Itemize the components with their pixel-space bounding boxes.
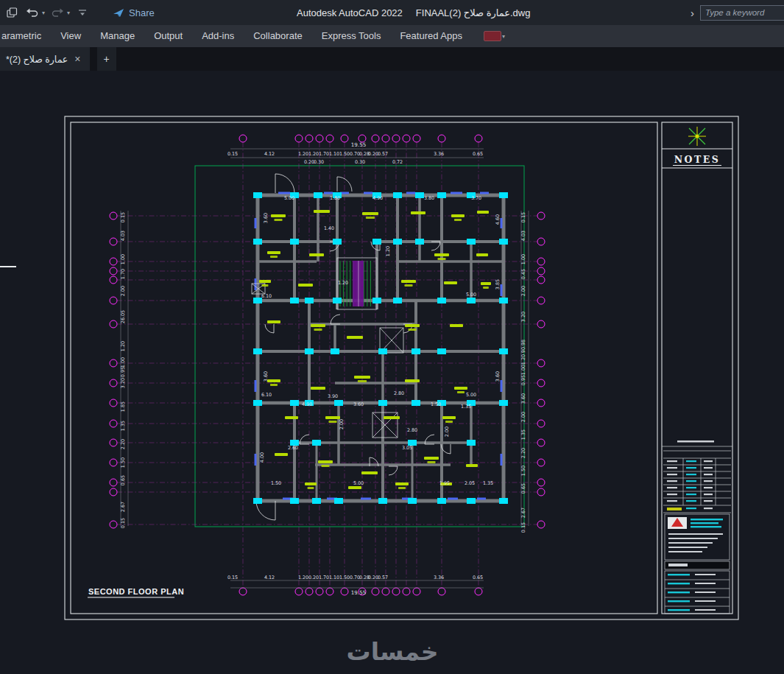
- svg-text:3.60: 3.60: [263, 213, 269, 223]
- ribbon-tab-addins[interactable]: Add-ins: [192, 25, 244, 47]
- app-title: Autodesk AutoCAD 2022: [297, 7, 403, 18]
- ribbon-tab-output[interactable]: Output: [144, 25, 192, 47]
- svg-text:2.67: 2.67: [520, 508, 526, 518]
- ribbon-tab-express-tools[interactable]: Express Tools: [312, 25, 391, 47]
- ribbon-tab-collaborate[interactable]: Collaborate: [244, 25, 312, 47]
- svg-text:1.50: 1.50: [339, 575, 350, 580]
- svg-text:5.00: 5.00: [353, 480, 364, 486]
- new-file-tab-button[interactable]: +: [97, 47, 116, 71]
- svg-text:4.03: 4.03: [520, 231, 526, 241]
- svg-text:2.00: 2.00: [339, 419, 345, 429]
- title-block: [662, 440, 732, 614]
- svg-text:0.65: 0.65: [473, 575, 483, 580]
- file-title: FINAALعمارة صلاح (2).dwg: [416, 7, 531, 18]
- svg-text:19.55: 19.55: [351, 589, 367, 596]
- ribbon-tab-view[interactable]: View: [51, 25, 91, 47]
- file-tab-close-icon[interactable]: ×: [74, 54, 80, 64]
- svg-text:0.15: 0.15: [227, 575, 238, 580]
- svg-text:3.20: 3.20: [520, 312, 526, 322]
- svg-text:3.36: 3.36: [434, 151, 444, 157]
- ribbon-tab-manage[interactable]: Manage: [91, 25, 144, 47]
- ribbon-tab-bar: arametric View Manage Output Add-ins Col…: [0, 25, 784, 47]
- ribbon-dropdown-caret-icon: ▾: [502, 33, 505, 40]
- columns-layer: [253, 192, 508, 504]
- svg-text:0.15: 0.15: [120, 518, 126, 528]
- svg-text:2.80: 2.80: [394, 390, 404, 396]
- paperspace-view: 0.154.121.201.201.701.101.500.700.280.20…: [0, 71, 784, 674]
- file-tab-label: *(عمارة صلاح (2: [6, 54, 68, 65]
- svg-text:1.70: 1.70: [319, 151, 329, 157]
- svg-text:0.15: 0.15: [520, 522, 526, 533]
- svg-text:1.35: 1.35: [461, 404, 471, 410]
- svg-text:3.60: 3.60: [520, 393, 526, 404]
- drawing-canvas[interactable]: 0.154.121.201.201.701.101.500.700.280.20…: [0, 71, 784, 674]
- svg-text:1.85: 1.85: [120, 401, 126, 412]
- svg-text:6.10: 6.10: [261, 392, 272, 398]
- plan-title: SECOND FLOOR PLAN: [88, 587, 184, 596]
- svg-text:1.10: 1.10: [329, 575, 339, 580]
- svg-text:0.65: 0.65: [473, 151, 483, 157]
- notes-heading: NOTES: [674, 154, 721, 165]
- svg-text:1.40: 1.40: [324, 225, 334, 231]
- svg-text:0.15: 0.15: [520, 212, 526, 222]
- svg-text:4.00: 4.00: [259, 452, 265, 463]
- redo-icon[interactable]: [49, 4, 66, 21]
- svg-text:1.35: 1.35: [483, 480, 493, 486]
- file-tab-bar: *(عمارة صلاح (2 × +: [0, 47, 784, 71]
- svg-text:3.60: 3.60: [353, 401, 364, 407]
- door-arc-layer: [256, 174, 451, 520]
- qat-sheets-icon[interactable]: [4, 4, 20, 21]
- svg-text:0.57: 0.57: [378, 151, 388, 157]
- svg-text:0.57: 0.57: [378, 575, 388, 580]
- svg-text:1.00: 1.00: [520, 254, 526, 264]
- redo-caret-icon[interactable]: ▾: [67, 10, 70, 16]
- svg-text:1.00: 1.00: [120, 357, 126, 368]
- svg-text:4.90: 4.90: [372, 195, 383, 201]
- svg-text:0.65: 0.65: [520, 483, 526, 494]
- svg-text:0.95: 0.95: [520, 375, 526, 385]
- svg-text:0.20: 0.20: [308, 575, 319, 580]
- paper-sheet-border: [65, 116, 738, 619]
- ribbon-dropdown-swatch: [484, 31, 501, 41]
- svg-text:2.20: 2.20: [120, 439, 126, 449]
- undo-icon[interactable]: [24, 4, 40, 21]
- svg-text:5.00: 5.00: [466, 292, 476, 298]
- svg-text:0.30: 0.30: [314, 159, 324, 165]
- search-input[interactable]: [700, 5, 784, 21]
- share-button[interactable]: Share: [113, 7, 155, 18]
- svg-text:1.70: 1.70: [319, 575, 329, 580]
- svg-text:1.50: 1.50: [520, 466, 526, 476]
- undo-caret-icon[interactable]: ▾: [42, 10, 45, 16]
- svg-text:3.85: 3.85: [495, 279, 501, 289]
- north-compass-icon: [688, 127, 706, 146]
- svg-text:0.30: 0.30: [355, 159, 365, 165]
- dimension-text-layer: 0.154.121.201.201.701.101.500.700.280.20…: [120, 141, 526, 596]
- grid-axes-layer: [110, 135, 545, 595]
- svg-text:4.03: 4.03: [120, 231, 126, 241]
- svg-text:1.20: 1.20: [308, 151, 319, 157]
- svg-text:1.95: 1.95: [439, 480, 450, 486]
- svg-text:1.70: 1.70: [120, 269, 126, 279]
- svg-text:2.00: 2.00: [520, 286, 526, 296]
- infocenter-chevron-icon[interactable]: ›: [691, 7, 694, 18]
- svg-text:0.45: 0.45: [520, 269, 526, 279]
- svg-text:19.55: 19.55: [351, 141, 367, 148]
- svg-text:3.60: 3.60: [495, 371, 501, 382]
- svg-text:4.12: 4.12: [264, 575, 275, 580]
- ribbon-tab-featured-apps[interactable]: Featured Apps: [390, 25, 472, 47]
- svg-text:0.15: 0.15: [120, 212, 126, 222]
- svg-text:1.20: 1.20: [338, 280, 348, 286]
- svg-text:2.20: 2.20: [520, 448, 526, 458]
- qat-customize-icon[interactable]: [74, 4, 91, 21]
- svg-text:1.10: 1.10: [329, 151, 339, 157]
- svg-text:0.95: 0.95: [120, 367, 126, 377]
- ribbon-dropdown-button[interactable]: ▾: [484, 31, 505, 41]
- svg-text:1.20: 1.20: [520, 354, 526, 365]
- svg-text:5.00: 5.00: [284, 195, 294, 201]
- svg-text:3.80: 3.80: [424, 195, 434, 201]
- svg-text:90.98: 90.98: [520, 340, 526, 353]
- svg-text:4.12: 4.12: [264, 151, 275, 157]
- file-tab-active[interactable]: *(عمارة صلاح (2 ×: [0, 47, 90, 71]
- quick-access-toolbar: ▾ ▾ Share: [0, 0, 155, 25]
- ribbon-tab-parametric[interactable]: arametric: [0, 25, 51, 47]
